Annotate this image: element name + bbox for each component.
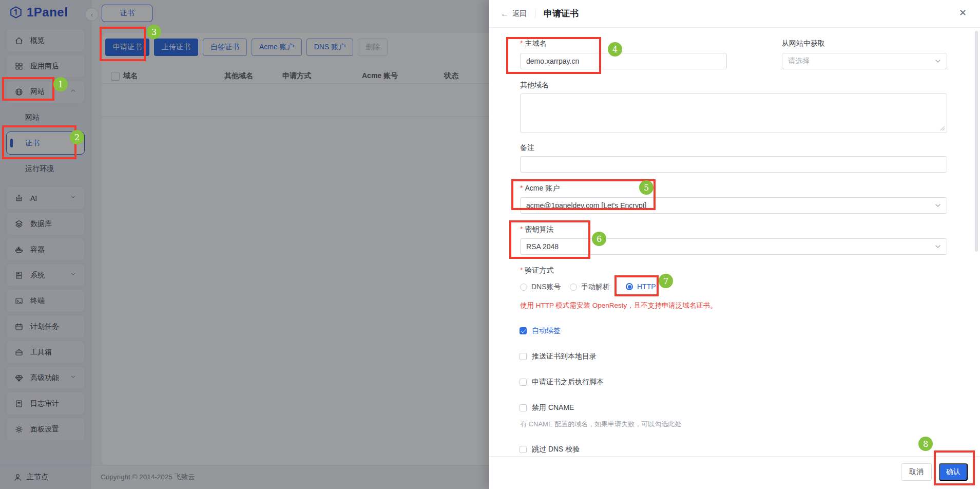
skip-dns-checkbox[interactable]: 跳过 DNS 校验 (520, 445, 580, 454)
radio-icon (520, 284, 527, 291)
push-local-dir-checkbox[interactable]: 推送证书到本地目录 (520, 352, 597, 361)
cname-hint: 有 CNAME 配置的域名，如果申请失败，可以勾选此处 (520, 420, 681, 429)
http-mode-warning: 使用 HTTP 模式需安装 OpenResty，且不支持申请泛域名证书。 (520, 301, 717, 310)
drawer-footer: 取消 确认 (489, 456, 980, 489)
close-icon[interactable]: ✕ (959, 8, 967, 17)
remark-label: 备注 (520, 143, 534, 153)
back-button[interactable]: ← 返回 (501, 9, 527, 18)
radio-manual-resolve[interactable]: 手动解析 (570, 283, 610, 292)
remark-input[interactable] (520, 156, 947, 173)
textarea-resize-handle[interactable] (940, 126, 945, 131)
auto-renew-checkbox[interactable]: 自动续签 (520, 326, 561, 335)
other-domains-textarea[interactable] (520, 93, 947, 133)
key-type-select[interactable]: RSA 2048 (520, 238, 947, 255)
checkbox-icon (520, 379, 527, 386)
radio-http[interactable]: HTTP (626, 283, 656, 291)
modal-dim-overlay[interactable] (0, 0, 489, 489)
primary-domain-label: *主域名 (520, 39, 546, 48)
chevron-down-icon (935, 58, 941, 64)
drawer-header: ← 返回 申请证书 ✕ (489, 0, 980, 28)
confirm-button[interactable]: 确认 (939, 463, 968, 481)
checkbox-icon (520, 404, 527, 411)
checkbox-checked-icon (520, 327, 527, 334)
acme-account-label: *Acme 账户 (520, 184, 560, 193)
exec-script-checkbox[interactable]: 申请证书之后执行脚本 (520, 378, 604, 387)
cancel-button[interactable]: 取消 (901, 463, 932, 481)
header-divider (535, 10, 535, 18)
radio-selected-icon (626, 283, 633, 290)
drawer-scrollbar[interactable] (975, 31, 978, 252)
acme-account-select[interactable]: acme@1paneldev.com [Let's Encrypt] (520, 197, 947, 214)
checkbox-icon (520, 353, 527, 360)
verify-mode-label: *验证方式 (520, 266, 553, 275)
radio-dns-account[interactable]: DNS账号 (520, 283, 561, 292)
radio-icon (570, 284, 577, 291)
other-domains-label: 其他域名 (520, 81, 549, 90)
from-website-label: 从网站中获取 (782, 39, 825, 48)
disable-cname-checkbox[interactable]: 禁用 CNAME (520, 403, 574, 412)
checkbox-icon (520, 446, 527, 453)
drawer-title: 申请证书 (544, 8, 579, 20)
primary-domain-input[interactable] (520, 53, 727, 69)
arrow-left-icon: ← (501, 9, 509, 18)
chevron-down-icon (935, 243, 941, 250)
apply-cert-drawer: ← 返回 申请证书 ✕ *主域名 从网站中获取 请选择 其他域名 备 (489, 0, 980, 489)
1panel-app: 1Panel 概览 应用商店 网站 网站 证书 运行环境 (0, 0, 980, 489)
key-type-label: *密钥算法 (520, 225, 553, 234)
chevron-down-icon (935, 202, 941, 209)
from-website-select[interactable]: 请选择 (782, 53, 947, 69)
